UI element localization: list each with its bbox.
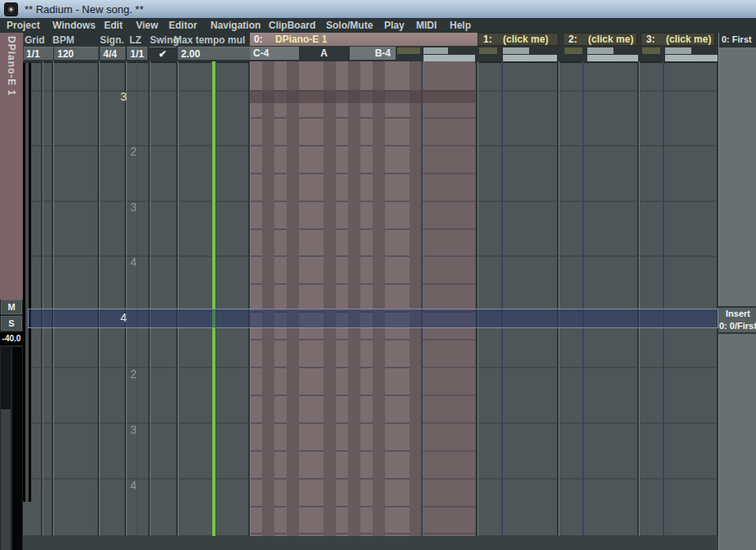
- max-tempo-mul-field[interactable]: 2.00: [178, 47, 251, 60]
- menu-midi[interactable]: MIDI: [416, 20, 437, 31]
- signature-label: Sign.: [100, 34, 124, 46]
- menu-editor[interactable]: Editor: [169, 20, 197, 31]
- swing-checkbox[interactable]: ✔: [149, 47, 176, 60]
- playlist-insert-label: Insert: [718, 308, 756, 320]
- vu-meter: [12, 347, 22, 550]
- editor-bottom-margin: [23, 535, 718, 550]
- tab-2-label: (click me): [580, 34, 633, 45]
- toolbar: Grid BPM Sign. LZ Swing Max tempo mul 1/…: [23, 33, 756, 61]
- tab-2-index: 2:: [564, 34, 577, 45]
- range-low-button[interactable]: C-4: [250, 47, 299, 60]
- track-name-strip[interactable]: DPiano-E 1: [0, 33, 24, 300]
- vertical-track-name: DPiano-E 1: [6, 36, 17, 96]
- signature-field[interactable]: 4/4: [100, 47, 125, 60]
- playlist-insert-entry[interactable]: Insert 0: 0/First: [718, 306, 756, 334]
- menu-bar: Project Windows Edit View Editor Navigat…: [0, 18, 756, 33]
- window-title: ** Radium - New song. **: [25, 3, 143, 16]
- left-track-panel: DPiano-E 1 M S -40.0: [0, 33, 23, 550]
- range-mid-button[interactable]: A: [301, 47, 347, 60]
- block-label[interactable]: 0: First: [719, 33, 756, 47]
- range-high-button[interactable]: B-4: [350, 47, 396, 60]
- tab-1-index: 1:: [478, 34, 492, 45]
- max-tempo-mul-label: Max tempo mul: [174, 34, 245, 46]
- tab-instrument-1[interactable]: 1: (click me): [478, 33, 559, 46]
- app-icon: [4, 2, 18, 16]
- track-name: DPiano-E 1: [265, 34, 327, 45]
- playlist-current-entry: 0: 0/First: [718, 320, 756, 332]
- volume-slider-fill: [1, 347, 11, 409]
- tab-1-label: (click me): [495, 34, 548, 45]
- bpm-field[interactable]: 120: [54, 47, 98, 60]
- menu-view[interactable]: View: [136, 20, 158, 31]
- tab-instrument-3[interactable]: 3: (click me): [641, 33, 715, 46]
- solo-button[interactable]: S: [1, 316, 22, 331]
- grid-field[interactable]: 1/1: [23, 47, 53, 60]
- tab-instrument-2[interactable]: 2: (click me): [563, 33, 637, 46]
- radium-window: ** Radium - New song. ** Project Windows…: [0, 0, 756, 550]
- playlist-panel[interactable]: Insert 0: 0/First: [719, 47, 756, 550]
- track-index: 0:: [250, 34, 263, 45]
- menu-edit[interactable]: Edit: [104, 20, 123, 31]
- lz-label: LZ: [129, 34, 142, 46]
- tracker-editor[interactable]: [23, 61, 719, 536]
- menu-project[interactable]: Project: [7, 20, 40, 31]
- menu-solo-mute[interactable]: Solo/Mute: [326, 20, 373, 31]
- grid-label: Grid: [25, 34, 45, 46]
- menu-clipboard[interactable]: ClipBoard: [269, 20, 315, 31]
- mute-button[interactable]: M: [1, 300, 22, 314]
- menu-help[interactable]: Help: [450, 20, 471, 31]
- tab-3-index: 3:: [641, 34, 655, 45]
- tab-3-label: (click me): [658, 34, 711, 45]
- menu-play[interactable]: Play: [384, 20, 405, 31]
- menu-windows[interactable]: Windows: [52, 20, 96, 31]
- title-bar[interactable]: ** Radium - New song. **: [0, 0, 756, 18]
- lz-field[interactable]: 1/1: [127, 47, 147, 60]
- volume-readout[interactable]: -40.0: [0, 332, 23, 345]
- bpm-label: BPM: [52, 34, 75, 46]
- menu-navigation[interactable]: Navigation: [211, 20, 260, 31]
- track-header[interactable]: 0: DPiano-E 1: [250, 33, 478, 46]
